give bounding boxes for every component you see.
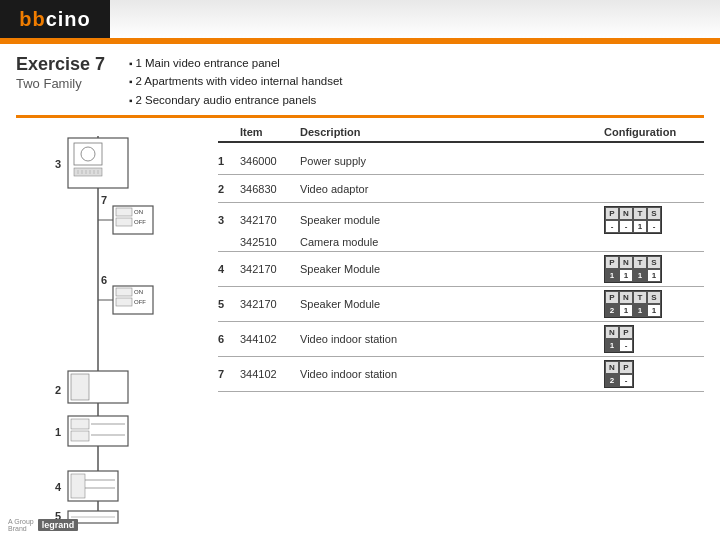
row-7-item: 344102 [240, 368, 300, 380]
table-row-3-group: 3 342170 Speaker module P N T S - - [218, 203, 704, 252]
table-row: 7 344102 Video indoor station N P 2 - [218, 357, 704, 392]
row-3-item: 342170 [240, 214, 300, 226]
row-3-config: P N T S - - 1 - [604, 206, 704, 234]
row-2-item: 346830 [240, 183, 300, 195]
svg-rect-30 [71, 419, 89, 429]
col-item: Item [240, 126, 300, 138]
bullet-1: 1 Main video entrance panel [129, 54, 342, 72]
cfg-v-P7: - [619, 374, 633, 387]
table-row: 6 344102 Video indoor station N P 1 - [218, 322, 704, 357]
cfg-v-N3: - [619, 220, 633, 233]
cfg-v-T5: 1 [633, 304, 647, 317]
exercise-title: Exercise 7 [16, 54, 105, 76]
cfg-h-N6: N [605, 326, 619, 339]
cfg-v-S3: - [647, 220, 661, 233]
row-6-num: 6 [218, 333, 240, 345]
svg-text:2: 2 [55, 384, 61, 396]
table-row: 1 346000 Power supply [218, 147, 704, 175]
cfg-v-T4: 1 [633, 269, 647, 282]
cfg-h-N4: N [619, 256, 633, 269]
logo: bbcino [19, 8, 91, 31]
cfg-h-N5: N [619, 291, 633, 304]
cfg-h-S5: S [647, 291, 661, 304]
svg-rect-27 [71, 374, 89, 400]
svg-rect-20 [116, 288, 132, 296]
row-4-num: 4 [218, 263, 240, 275]
cfg-h-T5: T [633, 291, 647, 304]
table-row: 2 346830 Video adaptor [218, 175, 704, 203]
cfg-h-P6: P [619, 326, 633, 339]
row-4-config: P N T S 1 1 1 1 [604, 255, 704, 283]
bullet-2: 2 Apartments with video internal handset [129, 72, 342, 90]
row-7-config: N P 2 - [604, 360, 704, 388]
cfg-v-T3: 1 [633, 220, 647, 233]
cfg-v-P4: 1 [605, 269, 619, 282]
bullet-3: 2 Secondary audio entrance panels [129, 91, 342, 109]
bullet-list: 1 Main video entrance panel 2 Apartments… [129, 54, 342, 109]
row-5-num: 5 [218, 298, 240, 310]
exercise-subtitle: Two Family [16, 76, 105, 93]
cfg-h-S4: S [647, 256, 661, 269]
svg-text:ON: ON [134, 209, 143, 215]
table-area: Item Description Configuration 1 346000 … [218, 126, 704, 530]
logo-bar: bbcino [0, 0, 110, 38]
config-grid-4: P N T S 1 1 1 1 [604, 255, 662, 283]
col-config: Configuration [604, 126, 704, 138]
footer-brand-label: A GroupBrand [8, 518, 34, 532]
svg-text:OFF: OFF [134, 219, 146, 225]
svg-text:7: 7 [101, 194, 107, 206]
row-6-config: N P 1 - [604, 325, 704, 353]
main-content: 3 ON OFF 7 ON OFF 6 2 [0, 118, 720, 538]
config-grid-7: N P 2 - [604, 360, 634, 388]
row-2-num: 2 [218, 183, 240, 195]
header: bbcino [0, 0, 720, 38]
cfg-h-S3: S [647, 207, 661, 220]
svg-rect-14 [116, 218, 132, 226]
svg-text:ON: ON [134, 289, 143, 295]
table-row-3-sub: 342510 Camera module [218, 235, 704, 251]
col-desc: Description [300, 126, 604, 138]
config-grid-6: N P 1 - [604, 325, 634, 353]
cfg-v-S5: 1 [647, 304, 661, 317]
row-7-num: 7 [218, 368, 240, 380]
row-4-item: 342170 [240, 263, 300, 275]
svg-text:6: 6 [101, 274, 107, 286]
cfg-v-N6: 1 [605, 339, 619, 352]
cfg-v-S4: 1 [647, 269, 661, 282]
svg-rect-36 [71, 474, 85, 498]
table-header: Item Description Configuration [218, 126, 704, 143]
sub-item-3: 342510 [240, 236, 300, 248]
header-right [110, 0, 720, 38]
cfg-h-T4: T [633, 256, 647, 269]
col-num [218, 126, 240, 138]
cfg-v-N4: 1 [619, 269, 633, 282]
title-area: Exercise 7 Two Family 1 Main video entra… [0, 44, 720, 115]
cfg-v-P6: - [619, 339, 633, 352]
cfg-v-N7: 2 [605, 374, 619, 387]
sub-desc-3: Camera module [300, 236, 604, 248]
config-grid-3: P N T S - - 1 - [604, 206, 662, 234]
row-2-desc: Video adaptor [300, 183, 604, 195]
svg-rect-13 [116, 208, 132, 216]
cfg-h-P4: P [605, 256, 619, 269]
row-6-desc: Video indoor station [300, 333, 604, 345]
row-5-desc: Speaker Module [300, 298, 604, 310]
cfg-h-N3: N [619, 207, 633, 220]
table-row: 4 342170 Speaker Module P N T S 1 1 1 1 [218, 252, 704, 287]
diagram-svg: 3 ON OFF 7 ON OFF 6 2 [8, 126, 208, 526]
cfg-h-N7: N [605, 361, 619, 374]
table-row: 5 342170 Speaker Module P N T S 2 1 1 1 [218, 287, 704, 322]
cfg-h-P3: P [605, 207, 619, 220]
cfg-v-P3: - [605, 220, 619, 233]
row-6-item: 344102 [240, 333, 300, 345]
cfg-v-P5: 2 [605, 304, 619, 317]
svg-rect-2 [74, 143, 102, 165]
cfg-h-T3: T [633, 207, 647, 220]
row-3-desc: Speaker module [300, 214, 604, 226]
row-4-desc: Speaker Module [300, 263, 604, 275]
row-1-num: 1 [218, 155, 240, 167]
row-1-item: 346000 [240, 155, 300, 167]
table-row-3-main: 3 342170 Speaker module P N T S - - [218, 203, 704, 235]
cfg-h-P5: P [605, 291, 619, 304]
cfg-h-P7: P [619, 361, 633, 374]
